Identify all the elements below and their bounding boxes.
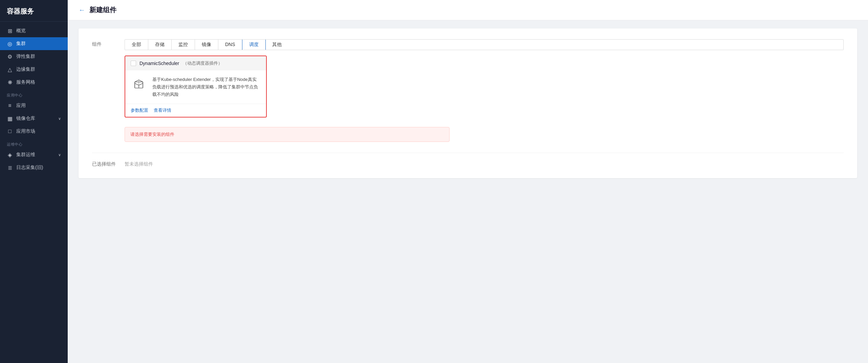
component-filter-row: 组件 全部 存储 监控 镜像 DNS 调度 其他 xyxy=(92,39,844,142)
component-label: 组件 xyxy=(92,39,116,47)
component-card-header: DynamicScheduler （动态调度器插件） xyxy=(125,56,266,70)
sidebar-label-app: 应用 xyxy=(16,103,26,109)
sidebar-item-overview[interactable]: ⊞ 概览 xyxy=(0,24,68,37)
market-icon: □ xyxy=(7,128,13,134)
component-name: DynamicScheduler xyxy=(139,61,179,66)
tab-mirror[interactable]: 镜像 xyxy=(195,40,218,50)
component-checkbox[interactable] xyxy=(131,61,136,66)
component-description: 基于Kube-scheduler Extender，实现了基于Node真实负载进… xyxy=(152,76,261,98)
cluster-icon: ◎ xyxy=(7,41,13,47)
sidebar-label-elastic: 弹性集群 xyxy=(16,54,35,60)
sidebar-label-log: 日志采集(旧) xyxy=(16,165,43,171)
app-icon: ≡ xyxy=(7,103,13,109)
sidebar-item-mesh[interactable]: ❋ 服务网格 xyxy=(0,76,68,89)
tab-monitor[interactable]: 监控 xyxy=(172,40,195,50)
tab-all[interactable]: 全部 xyxy=(125,40,148,50)
tab-schedule[interactable]: 调度 xyxy=(242,39,266,50)
page-header: ← 新建组件 xyxy=(68,0,868,20)
main-content: ← 新建组件 组件 全部 存储 监控 镜像 DNS 调度 其他 xyxy=(68,0,868,363)
sidebar-item-ops[interactable]: ◈ 集群运维 ∨ xyxy=(0,148,68,161)
tab-other[interactable]: 其他 xyxy=(265,40,288,50)
param-config-link[interactable]: 参数配置 xyxy=(131,107,148,113)
sidebar-item-cluster[interactable]: ◎ 集群 xyxy=(0,37,68,50)
validation-message: 请选择需要安装的组件 xyxy=(125,127,450,142)
sidebar-label-overview: 概览 xyxy=(16,28,26,34)
back-button[interactable]: ← xyxy=(79,6,85,14)
selected-label: 已选择组件 xyxy=(92,161,116,167)
sidebar-label-cluster: 集群 xyxy=(16,41,26,47)
edge-icon: △ xyxy=(7,66,13,72)
mesh-icon: ❋ xyxy=(7,79,13,85)
elastic-icon: ⚙ xyxy=(7,54,13,60)
tab-storage[interactable]: 存储 xyxy=(148,40,172,50)
component-icon xyxy=(131,76,147,92)
sidebar-section-app: 应用中心 xyxy=(0,89,68,99)
content-area: 组件 全部 存储 监控 镜像 DNS 调度 其他 xyxy=(68,20,868,363)
sidebar-item-app[interactable]: ≡ 应用 xyxy=(0,99,68,112)
sidebar: 容器服务 ⊞ 概览 ◎ 集群 ⚙ 弹性集群 △ 边缘集群 ❋ 服务网格 应用中心… xyxy=(0,0,68,363)
sidebar-label-edge: 边缘集群 xyxy=(16,66,35,72)
tab-dns[interactable]: DNS xyxy=(218,40,242,50)
log-icon: ≣ xyxy=(7,165,13,171)
sidebar-item-edge[interactable]: △ 边缘集群 xyxy=(0,63,68,76)
sidebar-item-mirror[interactable]: ▦ 镜像仓库 ∨ xyxy=(0,112,68,125)
selected-value: 暂未选择组件 xyxy=(125,161,153,167)
sidebar-item-log[interactable]: ≣ 日志采集(旧) xyxy=(0,161,68,174)
selected-row: 已选择组件 暂未选择组件 xyxy=(92,153,844,167)
sidebar-label-mirror: 镜像仓库 xyxy=(16,115,35,122)
sidebar-logo: 容器服务 xyxy=(0,0,68,22)
mirror-icon: ▦ xyxy=(7,115,13,122)
sidebar-label-market: 应用市场 xyxy=(16,128,35,134)
component-tag: （动态调度器插件） xyxy=(183,60,222,66)
component-card-dynamic: DynamicScheduler （动态调度器插件） xyxy=(125,56,267,118)
component-card-body: 基于Kube-scheduler Extender，实现了基于Node真实负载进… xyxy=(125,70,266,104)
sidebar-label-mesh: 服务网格 xyxy=(16,79,35,85)
sidebar-item-elastic[interactable]: ⚙ 弹性集群 xyxy=(0,50,68,63)
chevron-down-icon-ops: ∨ xyxy=(58,153,61,157)
sidebar-item-market[interactable]: □ 应用市场 xyxy=(0,125,68,138)
sidebar-section-ops: 运维中心 xyxy=(0,138,68,148)
grid-icon: ⊞ xyxy=(7,28,13,34)
form-card: 组件 全部 存储 监控 镜像 DNS 调度 其他 xyxy=(79,28,857,178)
page-title: 新建组件 xyxy=(89,5,116,15)
component-tab-group: 全部 存储 监控 镜像 DNS 调度 其他 xyxy=(125,39,844,50)
ops-icon: ◈ xyxy=(7,152,13,158)
chevron-down-icon: ∨ xyxy=(58,116,61,121)
component-card-footer: 参数配置 查看详情 xyxy=(125,104,266,117)
view-detail-link[interactable]: 查看详情 xyxy=(154,107,171,113)
sidebar-label-ops: 集群运维 xyxy=(16,152,35,158)
